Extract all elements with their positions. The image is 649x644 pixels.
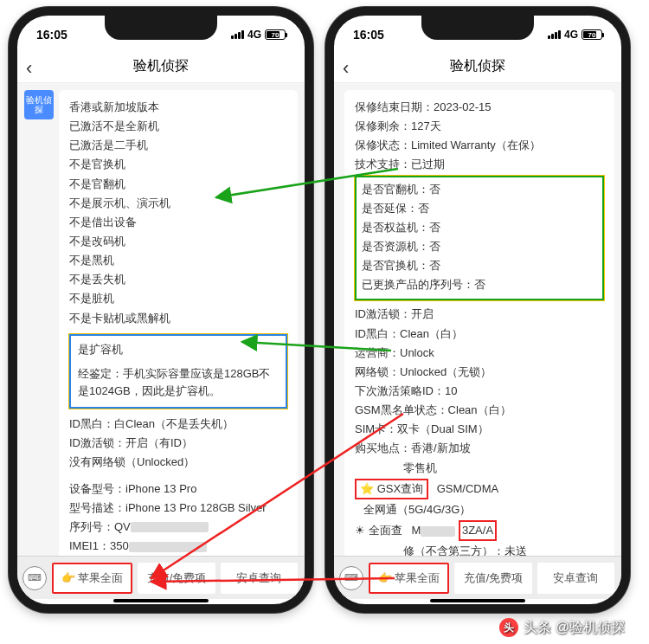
nav-bar: ‹ 验机侦探 [17,50,305,83]
text-line: 网络锁：Unlocked（无锁） [355,364,604,381]
chat-body-right[interactable]: 保修结束日期：2023-02-15 保修剩余：127天 保修状态：Limited… [334,83,621,568]
tab-apple[interactable]: 👉 苹果全面 [52,563,132,594]
gsx-label: ⭐ GSX查询 [355,479,428,499]
status-net: 4G [247,29,261,41]
text-line: 运营商：Unlock [355,345,604,362]
box-text: 经鉴定：手机实际容量应该是128GB不是1024GB，因此是扩容机。 [78,365,279,400]
keyboard-icon[interactable]: ⌨ [22,566,47,590]
status-net: 4G [564,29,578,41]
text-line: ID黑白：Clean（白） [355,325,604,343]
bottom-bar: ⌨ 👉 苹果全面 充值/免费项 安卓查询 [17,556,305,599]
text-line: 不是卡贴机或黑解机 [69,310,287,327]
status-time: 16:05 [353,28,384,42]
highlight-box-refurb: 是否官翻机：否是否延保：否是否权益机：否是否资源机：否是否官换机：否已更换产品的… [355,176,604,301]
text-line: 购买地点：香港/新加坡 [355,440,604,457]
battery-icon: 70 [265,29,286,40]
nav-title: 验机侦探 [133,57,189,75]
highlight-box-capacity: 是扩容机 经鉴定：手机实际容量应该是128GB不是1024GB，因此是扩容机。 [69,334,287,409]
text-line: 不是丢失机 [69,271,287,288]
text-line: 已激活不是全新机 [69,118,287,135]
text-line: 已更换产品的序列号：否 [362,276,597,293]
text-line: 不是借出设备 [69,214,287,231]
model-suffix-box: 3ZA/A [459,520,497,541]
text-line: 是否权益机：否 [362,219,597,236]
back-icon[interactable]: ‹ [26,57,32,80]
status-time: 16:05 [36,28,67,42]
text-line: 是否延保：否 [362,200,597,217]
message-bubble: 香港或新加坡版本已激活不是全新机已激活是二手机不是官换机不是官翻机不是展示机、演… [59,90,298,568]
text-line: 是否官翻机：否 [362,181,597,198]
text-line: ID激活锁：开启 [355,306,604,323]
text-line: 不是脏机 [69,290,287,307]
phone-right: 16:05 4G 70 ‹ 验机侦探 保修结束日期：2023-02-15 保修剩… [325,7,630,613]
text-line: 是否官换机：否 [362,257,597,274]
text-line: 没有网络锁（Unlocked） [69,454,287,471]
text-line: 下次激活策略ID：10 [355,383,604,400]
chat-body-left[interactable]: 验机侦探 香港或新加坡版本已激活不是全新机已激活是二手机不是官换机不是官翻机不是… [17,83,305,568]
tab-charge[interactable]: 充值/免费项 [138,563,215,594]
tab-charge[interactable]: 充值/免费项 [454,563,531,594]
text-line: 不是黑机 [69,252,287,269]
battery-icon: 70 [582,29,602,40]
text-line: ID激活锁：开启（有ID） [69,435,287,452]
text-line: SIM卡：双卡（Dual SIM） [355,421,604,438]
text-line: GSM黑名单状态：Clean（白） [355,402,604,419]
text-line: 不是官换机 [69,156,287,173]
notch [105,16,217,40]
nav-bar: ‹ 验机侦探 [334,50,621,83]
phone-left: 16:05 4G 70 ‹ 验机侦探 验机侦探 香港或新加坡版本已激活不是全新机… [9,7,313,613]
tab-apple[interactable]: 👉 苹果全面 [369,563,449,594]
box-title: 是扩容机 [78,341,279,358]
text-line: ID黑白：白Clean（不是丢失机） [69,415,287,433]
message-bubble: 保修结束日期：2023-02-15 保修剩余：127天 保修状态：Limited… [344,90,614,568]
avatar[interactable]: 验机侦探 [24,90,54,119]
tab-android[interactable]: 安卓查询 [221,563,298,594]
text-line: 已激活是二手机 [69,137,287,154]
text-line: 不是改码机 [69,233,287,250]
home-indicator[interactable] [430,599,525,602]
back-icon[interactable]: ‹ [343,57,349,80]
keyboard-icon[interactable]: ⌨ [339,566,363,590]
text-line: 不是官翻机 [69,176,287,193]
notch [421,16,534,40]
toutiao-logo-icon: 头 [499,618,518,637]
text-line: 香港或新加坡版本 [69,99,287,116]
signal-icon [231,30,244,39]
tab-android[interactable]: 安卓查询 [537,563,614,594]
bottom-bar: ⌨ 👉 苹果全面 充值/免费项 安卓查询 [334,556,621,599]
text-line: 是否资源机：否 [362,238,597,255]
home-indicator[interactable] [113,599,209,602]
text-line: 零售机 [355,460,604,477]
nav-title: 验机侦探 [450,57,505,75]
signal-icon [548,30,561,39]
text-line: 不是展示机、演示机 [69,195,287,212]
watermark: 头 头条 @验机侦探 [499,618,625,637]
